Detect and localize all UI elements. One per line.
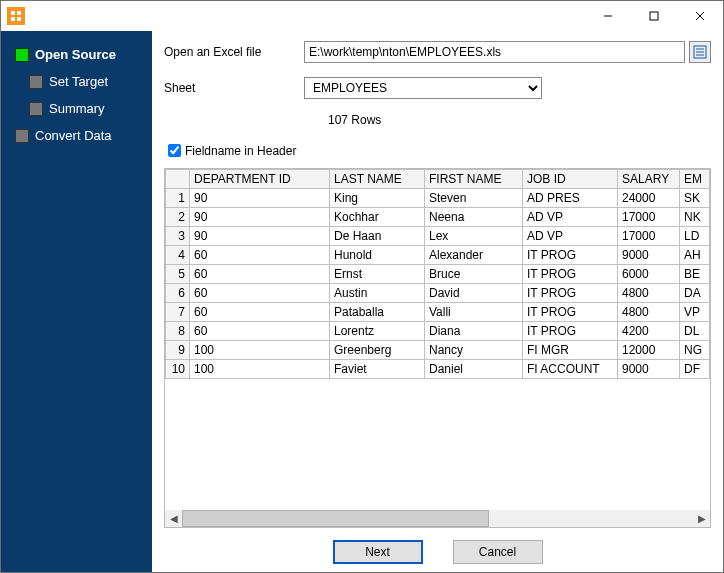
cell[interactable]: 100 xyxy=(190,360,330,379)
cell[interactable]: 4800 xyxy=(618,284,680,303)
cancel-button[interactable]: Cancel xyxy=(453,540,543,564)
cell[interactable]: Neena xyxy=(425,208,523,227)
sidebar-item-set-target[interactable]: Set Target xyxy=(1,68,152,95)
row-number: 6 xyxy=(166,284,190,303)
cell[interactable]: Lex xyxy=(425,227,523,246)
cell[interactable]: Nancy xyxy=(425,341,523,360)
cell[interactable]: 9000 xyxy=(618,246,680,265)
cell[interactable]: 60 xyxy=(190,246,330,265)
column-header[interactable]: SALARY xyxy=(618,170,680,189)
cell[interactable]: Hunold xyxy=(330,246,425,265)
cell[interactable]: LD xyxy=(680,227,710,246)
scroll-right-icon[interactable]: ▶ xyxy=(693,510,710,527)
cell[interactable]: 60 xyxy=(190,284,330,303)
table-row[interactable]: 9100GreenbergNancyFI MGR12000NG xyxy=(166,341,710,360)
cell[interactable]: Kochhar xyxy=(330,208,425,227)
cell[interactable]: 60 xyxy=(190,265,330,284)
cell[interactable]: AD PRES xyxy=(523,189,618,208)
cell[interactable]: FI ACCOUNT xyxy=(523,360,618,379)
column-header[interactable]: FIRST NAME xyxy=(425,170,523,189)
cell[interactable]: 100 xyxy=(190,341,330,360)
cell[interactable]: Steven xyxy=(425,189,523,208)
cell[interactable]: VP xyxy=(680,303,710,322)
cell[interactable]: Pataballa xyxy=(330,303,425,322)
cell[interactable]: 9000 xyxy=(618,360,680,379)
table-row[interactable]: 390De HaanLexAD VP17000LD xyxy=(166,227,710,246)
table-row[interactable]: 860LorentzDianaIT PROG4200DL xyxy=(166,322,710,341)
cell[interactable]: David xyxy=(425,284,523,303)
horizontal-scrollbar[interactable]: ◀ ▶ xyxy=(165,510,710,527)
rows-count-label: 107 Rows xyxy=(304,113,381,127)
file-path-input[interactable] xyxy=(304,41,685,63)
open-file-label: Open an Excel file xyxy=(164,45,304,59)
table-row[interactable]: 560ErnstBruceIT PROG6000BE xyxy=(166,265,710,284)
cell[interactable]: AD VP xyxy=(523,208,618,227)
table-row[interactable]: 10100FavietDanielFI ACCOUNT9000DF xyxy=(166,360,710,379)
scroll-thumb[interactable] xyxy=(182,510,489,527)
column-header[interactable]: JOB ID xyxy=(523,170,618,189)
cell[interactable]: Valli xyxy=(425,303,523,322)
cell[interactable]: Ernst xyxy=(330,265,425,284)
scroll-left-icon[interactable]: ◀ xyxy=(165,510,182,527)
cell[interactable]: BE xyxy=(680,265,710,284)
cell[interactable]: IT PROG xyxy=(523,322,618,341)
column-header[interactable]: DEPARTMENT ID xyxy=(190,170,330,189)
cell[interactable]: SK xyxy=(680,189,710,208)
cell[interactable]: DF xyxy=(680,360,710,379)
cell[interactable]: IT PROG xyxy=(523,265,618,284)
maximize-button[interactable] xyxy=(631,1,677,31)
data-grid[interactable]: DEPARTMENT ID LAST NAME FIRST NAME JOB I… xyxy=(164,168,711,528)
cell[interactable]: King xyxy=(330,189,425,208)
table-row[interactable]: 460HunoldAlexanderIT PROG9000AH xyxy=(166,246,710,265)
cell[interactable]: 90 xyxy=(190,208,330,227)
cell[interactable]: 17000 xyxy=(618,208,680,227)
table-row[interactable]: 190KingStevenAD PRES24000SK xyxy=(166,189,710,208)
minimize-button[interactable] xyxy=(585,1,631,31)
cell[interactable]: 24000 xyxy=(618,189,680,208)
cell[interactable]: 4200 xyxy=(618,322,680,341)
cell[interactable]: 4800 xyxy=(618,303,680,322)
cell[interactable]: Austin xyxy=(330,284,425,303)
cell[interactable]: 60 xyxy=(190,322,330,341)
cell[interactable]: FI MGR xyxy=(523,341,618,360)
cell[interactable]: DL xyxy=(680,322,710,341)
cell[interactable]: IT PROG xyxy=(523,246,618,265)
cell[interactable]: 12000 xyxy=(618,341,680,360)
cell[interactable]: Bruce xyxy=(425,265,523,284)
cell[interactable]: De Haan xyxy=(330,227,425,246)
cell[interactable]: IT PROG xyxy=(523,303,618,322)
cell[interactable]: AD VP xyxy=(523,227,618,246)
sidebar-item-convert-data[interactable]: Convert Data xyxy=(1,122,152,149)
close-button[interactable] xyxy=(677,1,723,31)
svg-rect-1 xyxy=(17,11,21,15)
scroll-track[interactable] xyxy=(182,510,693,527)
table-row[interactable]: 760PataballaValliIT PROG4800VP xyxy=(166,303,710,322)
cell[interactable]: Faviet xyxy=(330,360,425,379)
cell[interactable]: 90 xyxy=(190,227,330,246)
next-button[interactable]: Next xyxy=(333,540,423,564)
column-header[interactable]: LAST NAME xyxy=(330,170,425,189)
cell[interactable]: Lorentz xyxy=(330,322,425,341)
table-row[interactable]: 660AustinDavidIT PROG4800DA xyxy=(166,284,710,303)
cell[interactable]: NG xyxy=(680,341,710,360)
row-number: 2 xyxy=(166,208,190,227)
cell[interactable]: NK xyxy=(680,208,710,227)
cell[interactable]: AH xyxy=(680,246,710,265)
table-row[interactable]: 290KochharNeenaAD VP17000NK xyxy=(166,208,710,227)
sheet-select[interactable]: EMPLOYEES xyxy=(304,77,542,99)
sidebar-item-summary[interactable]: Summary xyxy=(1,95,152,122)
cell[interactable]: Daniel xyxy=(425,360,523,379)
cell[interactable]: DA xyxy=(680,284,710,303)
column-header[interactable]: EM xyxy=(680,170,710,189)
cell[interactable]: 6000 xyxy=(618,265,680,284)
cell[interactable]: Alexander xyxy=(425,246,523,265)
cell[interactable]: IT PROG xyxy=(523,284,618,303)
cell[interactable]: Diana xyxy=(425,322,523,341)
sidebar-item-open-source[interactable]: Open Source xyxy=(1,41,152,68)
cell[interactable]: 17000 xyxy=(618,227,680,246)
cell[interactable]: 60 xyxy=(190,303,330,322)
browse-button[interactable] xyxy=(689,41,711,63)
fieldname-checkbox[interactable] xyxy=(168,144,181,157)
cell[interactable]: 90 xyxy=(190,189,330,208)
cell[interactable]: Greenberg xyxy=(330,341,425,360)
